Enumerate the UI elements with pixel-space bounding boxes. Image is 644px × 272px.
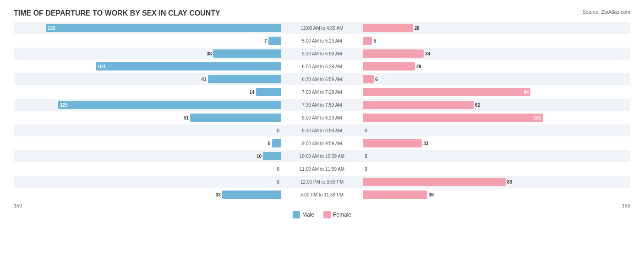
left-section: 33 [14,189,322,201]
left-section: 104 [14,60,322,72]
female-zero-label: 0 [365,128,367,133]
female-value-label: 94 [524,90,529,95]
right-section: 0 [322,125,630,136]
male-value-label: 10 [257,154,262,159]
legend-male-box [293,211,300,218]
axis-label-right: 150 [622,203,630,208]
female-zero-label: 0 [365,154,367,159]
left-section: 5 [14,137,322,149]
female-value-label: 6 [375,77,378,82]
left-section: 51 [14,112,322,124]
male-value-label: 51 [184,115,189,120]
right-section: 101 [322,112,630,124]
left-section: 14 [14,86,322,98]
legend-male: Male [293,211,314,218]
bar-row: 147:00 AM to 7:29 AM94 [14,86,630,98]
bar-female: 5 [363,37,372,45]
legend: Male Female [14,211,630,218]
female-value-label: 80 [507,180,512,185]
right-section: 36 [322,189,630,201]
bar-row: 59:00 AM to 9:59 AM33 [14,137,630,149]
bar-female: 36 [363,190,427,199]
female-value-label: 34 [425,51,430,56]
female-value-label: 33 [423,141,428,146]
right-section: 80 [322,176,630,188]
bar-male: 33 [222,190,281,199]
right-section: 94 [322,86,630,98]
female-zero-label: 0 [365,167,367,172]
male-value-label: 14 [249,90,254,95]
chart-title: TIME OF DEPARTURE TO WORK BY SEX IN CLAY… [14,9,630,17]
legend-female: Female [323,211,351,218]
male-value-label: 125 [60,103,68,108]
bar-male: 41 [208,75,281,83]
bar-male: 104 [96,62,281,71]
male-value-label: 104 [98,64,105,69]
bar-male: 51 [190,114,281,122]
bar-row: 13212:00 AM to 4:59 AM28 [14,22,630,34]
bar-row: 1010:00 AM to 10:59 AM0 [14,150,630,162]
bar-row: 416:30 AM to 6:59 AM6 [14,73,630,85]
axis-bottom: 150 150 [14,203,630,208]
right-section: 28 [322,22,630,34]
bar-female: 94 [363,88,530,96]
bar-female: 33 [363,139,422,147]
left-section: 0 [14,125,322,136]
left-section: 41 [14,73,322,85]
right-section: 62 [322,99,630,111]
bar-row: 012:00 PM to 3:59 PM80 [14,176,630,188]
axis-label-left: 150 [14,203,22,208]
legend-female-label: Female [333,212,351,218]
bar-male: 132 [46,24,281,32]
male-value-label: 38 [207,51,212,56]
bar-row: 08:30 AM to 8:59 AM0 [14,125,630,136]
chart-container: TIME OF DEPARTURE TO WORK BY SEX IN CLAY… [0,0,644,272]
male-zero-label: 0 [277,128,279,133]
bar-male: 38 [213,49,281,58]
right-section: 33 [322,137,630,149]
left-section: 38 [14,48,322,60]
male-value-label: 7 [264,38,267,44]
male-value-label: 41 [202,77,207,82]
legend-female-box [323,211,331,218]
bar-row: 75:00 AM to 5:29 AM5 [14,35,630,47]
source-text: Source: ZipAtlas.com [582,9,630,15]
left-section: 7 [14,35,322,47]
right-section: 29 [322,60,630,72]
bar-female: 62 [363,101,474,109]
left-section: 0 [14,176,322,188]
bar-female: 80 [363,178,506,186]
female-value-label: 101 [534,115,541,120]
right-section: 34 [322,48,630,60]
right-section: 5 [322,35,630,47]
bar-female: 101 [363,114,543,122]
bar-row: 334:00 PM to 11:59 PM36 [14,189,630,201]
female-value-label: 5 [373,38,376,44]
chart-rows-wrapper: 13212:00 AM to 4:59 AM2875:00 AM to 5:29… [14,22,630,201]
right-section: 0 [322,163,630,175]
female-value-label: 29 [416,64,421,69]
bar-male: 14 [256,88,281,96]
bar-male: 5 [272,139,281,147]
bar-row: 1257:30 AM to 7:59 AM62 [14,99,630,111]
male-value-label: 5 [268,141,271,146]
left-section: 0 [14,163,322,175]
male-zero-label: 0 [277,167,279,172]
bar-female: 28 [363,24,413,32]
male-value-label: 33 [216,192,221,197]
female-value-label: 28 [415,26,420,31]
right-section: 0 [322,150,630,162]
left-section: 125 [14,99,322,111]
bar-male: 125 [58,101,281,109]
male-value-label: 132 [48,26,55,31]
bar-female: 29 [363,62,415,71]
male-zero-label: 0 [277,180,279,185]
bar-male: 7 [268,37,281,45]
right-section: 6 [322,73,630,85]
left-section: 132 [14,22,322,34]
bar-female: 6 [363,75,374,83]
bar-row: 1046:00 AM to 6:29 AM29 [14,60,630,72]
female-value-label: 62 [475,103,480,108]
bar-female: 34 [363,49,424,58]
bar-row: 518:00 AM to 8:29 AM101 [14,112,630,124]
